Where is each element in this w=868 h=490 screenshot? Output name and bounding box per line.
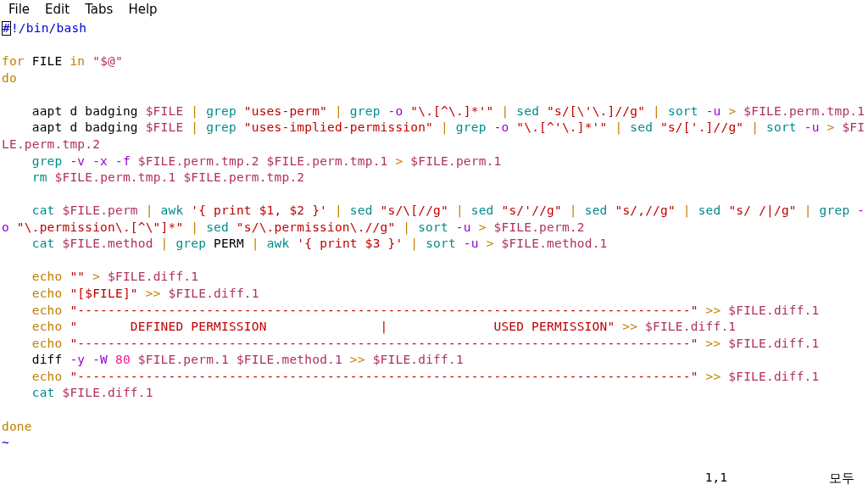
l11b-s: "\.permission\.[^\"]*" [9, 220, 183, 234]
l12-p3: | [403, 237, 426, 250]
l6-pre: aapt d badging [2, 104, 146, 118]
l6-p4: | [645, 104, 668, 118]
e2-t: .diff.1 [206, 287, 259, 300]
l11b-p: | [797, 203, 820, 217]
l7-s1: "uses-implied-permission" [236, 120, 433, 134]
l11-p5: | [676, 203, 698, 217]
menu-help[interactable]: Help [128, 2, 157, 17]
l7-pre: aapt d badging [2, 120, 146, 134]
l7-v1: $FILE [146, 120, 184, 134]
d-t3: .diff.1 [410, 353, 464, 366]
e2-s: "[$FILE]" [62, 287, 137, 300]
l6-v1: $FILE [146, 104, 184, 118]
e5-v: $FILE [728, 337, 766, 350]
l6-gt: > [721, 104, 744, 118]
e2-pre [2, 287, 32, 300]
e5-echo: echo [32, 337, 63, 350]
kw-done: done [2, 420, 32, 433]
l9-rm: rm [32, 170, 47, 184]
editor-viewport[interactable]: #!/bin/bash for FILE in "$@" do aapt d b… [0, 20, 868, 452]
l8-grep: grep [32, 154, 63, 168]
menu-bar: File Edit Tabs Help [0, 0, 868, 20]
d-t2: .method.1 [275, 353, 342, 366]
l7-gt: > [820, 120, 843, 134]
d-sp [131, 353, 138, 366]
l6-grep: grep [206, 104, 236, 118]
e4-echo: echo [32, 320, 63, 333]
status-mode: 모두 [829, 471, 854, 487]
d-pre: diff [2, 353, 70, 366]
l8-pre [2, 154, 32, 168]
l11b-u: -u [448, 220, 471, 234]
l11b-sort: sort [418, 220, 448, 234]
shebang: !/bin/bash [11, 21, 86, 35]
l6-sed: sed [516, 104, 539, 118]
l12-v1: $FILE [62, 237, 100, 250]
e3-echo: echo [32, 303, 63, 317]
l7-u: -u [797, 120, 820, 134]
e1-pre [2, 270, 32, 283]
menu-edit[interactable]: Edit [45, 2, 70, 17]
d-v2: $FILE [236, 353, 275, 366]
l12-s1: '{ print $3 }' [289, 237, 403, 250]
l6-p3: | [494, 104, 517, 118]
l8-sp [131, 154, 138, 168]
l12-p1: | [153, 237, 176, 250]
l8-t3: .perm.1 [448, 154, 502, 168]
l7-p2: | [433, 120, 456, 134]
d-gt: >> [342, 353, 373, 366]
l11b-grep: grep [820, 203, 850, 217]
l12-pre [2, 237, 32, 250]
l7-p1: | [183, 120, 206, 134]
l11-sed1: sed [350, 203, 373, 217]
l9-pre [2, 170, 32, 184]
l8-t1: .perm.tmp.2 [175, 154, 266, 168]
d-opts: -y -W [70, 353, 108, 366]
e4-v: $FILE [645, 320, 683, 333]
l11-v1: $FILE [62, 203, 100, 217]
l11-awk: awk [161, 203, 184, 217]
l12-u: -u [456, 237, 479, 250]
e6-v: $FILE [728, 370, 766, 383]
l11b-t: .perm.2 [531, 220, 585, 234]
d-num: 80 [108, 353, 131, 366]
status-bar: 1,1 모두 [705, 471, 854, 487]
l12-gt: > [479, 237, 502, 250]
d-t1: .perm.1 [175, 353, 236, 366]
l8-gt: > [388, 154, 411, 168]
l8-opts: -v -x -f [62, 154, 130, 168]
e6-gt: >> [698, 370, 729, 383]
e4-s: " DEFINED PERMISSION | USED PERMISSION" [62, 320, 615, 333]
e6-pre [2, 370, 32, 383]
l7-p3: | [607, 120, 630, 134]
e2-v: $FILE [169, 287, 207, 300]
l12-t1: .method [100, 237, 153, 250]
e4-pre [2, 320, 32, 333]
e6-t: .diff.1 [766, 370, 820, 383]
l11b-v: $FILE [494, 220, 532, 234]
e1-v: $FILE [108, 270, 146, 283]
e2-gt: >> [138, 287, 169, 300]
c-cat: cat [32, 386, 55, 399]
l9-t2: .perm.tmp.2 [221, 170, 304, 184]
l11b-p3: | [395, 220, 418, 234]
l7-sed: sed [630, 120, 653, 134]
l9-t1: .perm.tmp.1 [92, 170, 183, 184]
l12-sort: sort [426, 237, 456, 250]
l6-v2: $FILE [743, 104, 782, 118]
cursor-position: 1,1 [705, 471, 727, 487]
l6-sort: sort [668, 104, 698, 118]
e1-t: .diff.1 [146, 270, 199, 283]
l6-grep2: grep [350, 104, 381, 118]
l7-tail: .perm.tmp.2 [17, 137, 100, 151]
l12-awk: awk [267, 237, 290, 250]
l11b-gt: > [471, 220, 494, 234]
arg-all: "$@" [85, 54, 123, 68]
menu-file[interactable]: File [8, 2, 30, 17]
e4-t: .diff.1 [683, 320, 737, 333]
l11-p3: | [448, 203, 471, 217]
l11b-sed: sed [206, 220, 229, 234]
kw-do: do [2, 71, 17, 85]
l7-o: -o [487, 120, 509, 134]
menu-tabs[interactable]: Tabs [85, 2, 113, 17]
